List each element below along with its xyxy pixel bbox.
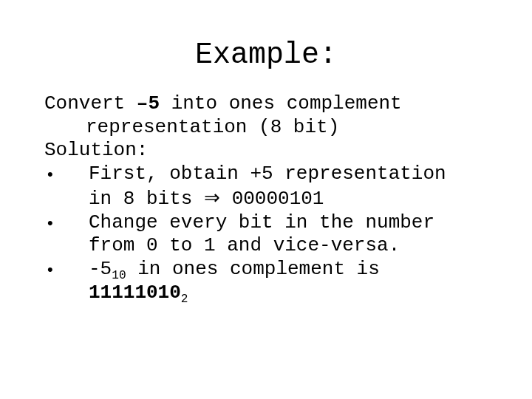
intro-post: into ones complement	[160, 92, 402, 115]
bullet-line: in 8 bits ⇒ 00000101	[89, 186, 488, 211]
bullet-marker: •	[44, 211, 89, 235]
solution-label: Solution:	[44, 139, 488, 163]
text: 00000101	[220, 188, 324, 210]
intro-line-1: Convert –5 into ones complement	[44, 92, 488, 116]
intro-pre: Convert	[44, 92, 137, 115]
bullet-line: -510 in ones complement is	[89, 258, 488, 282]
bullet-line: Change every bit in the number	[89, 211, 488, 235]
bullet-marker: •	[44, 258, 89, 282]
arrow-icon: ⇒	[204, 186, 220, 208]
bullet-line: First, obtain +5 representation	[89, 163, 488, 186]
bullet-text: Change every bit in the number from 0 to…	[89, 211, 488, 258]
bullet-text: First, obtain +5 representation in 8 bit…	[89, 163, 488, 211]
intro-bold: –5	[137, 92, 160, 115]
slide: Example: Convert –5 into ones complement…	[0, 0, 532, 399]
slide-title: Example:	[44, 38, 488, 72]
bullet-marker: •	[44, 163, 89, 186]
slide-body: Convert –5 into ones complement represen…	[44, 92, 488, 304]
text: in ones complement is	[126, 258, 380, 280]
result-binary: 11111010	[89, 282, 181, 304]
intro-line-2: representation (8 bit)	[44, 116, 488, 140]
text: in 8 bits	[89, 188, 204, 210]
subscript: 10	[112, 269, 126, 282]
bullet-text: -510 in ones complement is 111110102	[89, 258, 488, 304]
bullet-line: 111110102	[89, 282, 488, 305]
bullet-item: • -510 in ones complement is 111110102	[44, 258, 488, 304]
bullet-item: • First, obtain +5 representation in 8 b…	[44, 163, 488, 211]
bullet-item: • Change every bit in the number from 0 …	[44, 211, 488, 258]
text: -5	[89, 258, 112, 280]
bullet-line: from 0 to 1 and vice-versa.	[89, 234, 488, 258]
subscript: 2	[181, 293, 188, 306]
